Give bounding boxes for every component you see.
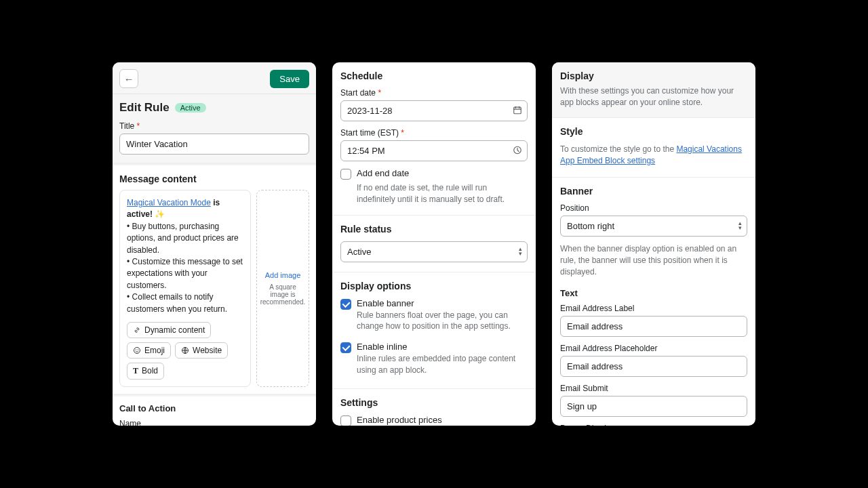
banner-title: Banner xyxy=(560,186,747,197)
divider xyxy=(113,394,316,396)
enable-banner-label: Enable banner xyxy=(357,298,528,308)
message-content-row: Magical Vacation Mode is active! ✨ • Buy… xyxy=(113,190,316,394)
bold-t-icon: T xyxy=(133,366,138,376)
cta-section: Call to Action Name Link xyxy=(113,403,316,426)
start-time-label: Start time (EST) * xyxy=(340,128,528,138)
email-placeholder-input[interactable] xyxy=(560,356,747,377)
email-label-input[interactable] xyxy=(560,316,747,337)
banner-section: Banner Position Bottom right ▴▾ When the… xyxy=(552,178,755,426)
enable-banner-help: Rule banners float over the page, you ca… xyxy=(357,310,528,333)
message-bullet-2: • Customize this message to set expectat… xyxy=(127,257,243,290)
start-date-input[interactable] xyxy=(340,100,528,121)
email-placeholder-label: Email Address Placeholder xyxy=(560,344,747,353)
text-subtitle: Text xyxy=(560,288,747,298)
add-end-date-help: If no end date is set, the rule will run… xyxy=(357,182,528,205)
display-title: Display xyxy=(560,70,747,81)
message-content-heading: Message content xyxy=(113,165,316,190)
clock-icon[interactable] xyxy=(513,145,522,157)
card-header: ← Save xyxy=(113,62,316,94)
display-description: With these settings you can customize ho… xyxy=(560,85,747,109)
schedule-section: Schedule Start date * Start time (EST) * xyxy=(332,62,536,216)
position-select[interactable]: Bottom right xyxy=(560,216,747,237)
page-title: Edit Rule xyxy=(119,101,170,115)
cta-name-label: Name xyxy=(119,419,309,426)
settings-section: Settings Enable product prices Displays … xyxy=(332,389,536,426)
dynamic-content-chip[interactable]: Dynamic content xyxy=(127,322,211,338)
start-date-label: Start date * xyxy=(340,88,528,98)
calendar-icon[interactable] xyxy=(513,105,522,117)
rule-status-title: Rule status xyxy=(340,224,528,235)
popup-dismiss-label: Popup Dismiss xyxy=(560,424,747,426)
svg-point-1 xyxy=(136,349,136,350)
schedule-title: Schedule xyxy=(340,70,528,81)
message-bullet-1: • Buy buttons, purchasing options, and p… xyxy=(127,222,239,255)
style-description: To customize the style go to the Magical… xyxy=(560,144,747,167)
display-header: Display With these settings you can cust… xyxy=(552,62,755,118)
website-chip[interactable]: Website xyxy=(175,342,228,359)
editor-chip-row: Dynamic content Emoji Website T Bold xyxy=(127,322,243,380)
settings-title: Settings xyxy=(340,397,528,408)
enable-banner-checkbox[interactable] xyxy=(340,299,351,310)
link-icon xyxy=(133,326,141,334)
message-link[interactable]: Magical Vacation Mode xyxy=(127,198,211,207)
emoji-chip[interactable]: Emoji xyxy=(127,342,171,359)
add-image-help: A square image is recommended. xyxy=(260,283,306,306)
svg-point-2 xyxy=(138,349,138,350)
display-card: Display With these settings you can cust… xyxy=(552,62,755,426)
add-image-label: Add image xyxy=(265,271,301,279)
globe-icon xyxy=(181,346,189,354)
add-image-dropzone[interactable]: Add image A square image is recommended. xyxy=(256,190,309,387)
email-label-label: Email Address Label xyxy=(560,304,747,313)
title-row: Edit Rule Active xyxy=(113,94,316,115)
message-editor[interactable]: Magical Vacation Mode is active! ✨ • Buy… xyxy=(119,190,251,387)
schedule-card: Schedule Start date * Start time (EST) * xyxy=(332,62,536,426)
email-submit-label: Email Submit xyxy=(560,384,747,393)
display-options-title: Display options xyxy=(340,281,528,291)
enable-inline-help: Inline rules are embedded into page cont… xyxy=(357,353,528,376)
title-input[interactable] xyxy=(119,134,309,155)
enable-prices-label: Enable product prices xyxy=(357,415,528,425)
add-end-date-label: Add end date xyxy=(357,168,409,178)
start-time-input[interactable] xyxy=(340,140,528,161)
cta-heading: Call to Action xyxy=(119,403,309,413)
rule-status-section: Rule status Active ▴▾ xyxy=(332,216,536,272)
title-field-section: Title * xyxy=(113,115,316,163)
email-submit-input[interactable] xyxy=(560,396,747,417)
display-options-section: Display options Enable banner Rule banne… xyxy=(332,272,536,389)
arrow-left-icon: ← xyxy=(124,73,134,85)
enable-prices-checkbox[interactable] xyxy=(340,415,351,426)
position-label: Position xyxy=(560,203,747,213)
svg-rect-4 xyxy=(514,107,521,114)
style-section: Style To customize the style go to the M… xyxy=(552,118,755,178)
svg-point-0 xyxy=(134,347,140,353)
style-title: Style xyxy=(560,126,747,137)
add-end-date-checkbox[interactable] xyxy=(340,169,351,180)
rule-status-select[interactable]: Active xyxy=(340,241,528,262)
status-badge: Active xyxy=(175,103,206,113)
save-button[interactable]: Save xyxy=(270,70,309,88)
smile-icon xyxy=(133,346,141,354)
enable-inline-label: Enable inline xyxy=(357,342,528,352)
position-help: When the banner display option is enable… xyxy=(560,243,747,279)
message-bullet-3: • Collect emails to notify customers whe… xyxy=(127,292,227,313)
edit-rule-card: ← Save Edit Rule Active Title * Message … xyxy=(113,62,316,426)
back-button[interactable]: ← xyxy=(119,69,138,88)
sparkle-icon: ✨ xyxy=(155,209,165,219)
enable-inline-checkbox[interactable] xyxy=(340,342,351,353)
title-label: Title * xyxy=(119,121,309,131)
bold-chip[interactable]: T Bold xyxy=(127,363,164,380)
